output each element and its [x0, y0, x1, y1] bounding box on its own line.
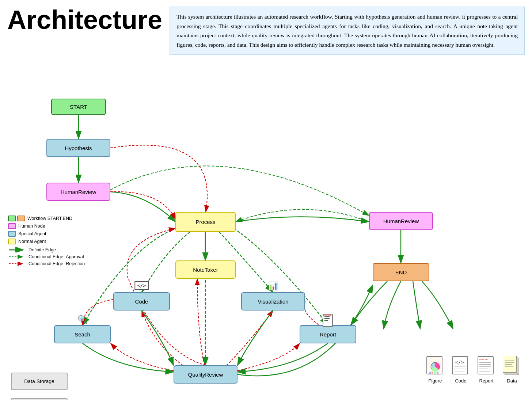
- diagram-area: START Hypothesis HumanReview Process Not…: [0, 58, 532, 395]
- node-humanreview-left: HumanReview: [46, 183, 110, 201]
- data-output-icon: [503, 356, 521, 376]
- output-data: Data: [503, 356, 521, 384]
- svg-rect-11: [324, 320, 328, 321]
- node-visualization: 📊 Visualization: [241, 292, 305, 311]
- legend-human: Human Node: [8, 223, 85, 229]
- code-icon: </>: [134, 281, 149, 290]
- svg-rect-25: [437, 372, 438, 374]
- outputs-area: Figure </> Code REPORT: [426, 356, 521, 384]
- node-qualityreview: QualityReview: [174, 365, 238, 384]
- legend-start-box: [8, 216, 16, 221]
- legend-special: Special Agent: [8, 231, 85, 237]
- node-start: START: [51, 99, 106, 115]
- legend-workflow: Workflow START,END: [8, 216, 85, 221]
- legend-normal-box: [8, 239, 16, 244]
- title-block: Architecture: [7, 7, 162, 55]
- node-humanreview-right: HumanReview: [369, 212, 433, 230]
- legend-normal: Normal Agent: [8, 239, 85, 244]
- node-report: REPORT Report: [300, 325, 356, 343]
- legend-approval: Conditional Edge :Approval: [8, 254, 85, 259]
- output-report: REPORT Report: [477, 356, 495, 384]
- svg-text:REPORT: REPORT: [323, 314, 331, 316]
- description-text: This system architecture illustrates an …: [176, 14, 518, 48]
- report-icon: REPORT: [322, 313, 334, 328]
- node-hypothesis: Hypothesis: [46, 139, 110, 157]
- node-end: END: [373, 263, 429, 281]
- code-output-label: Code: [455, 378, 466, 384]
- legend-special-box: [8, 231, 16, 237]
- node-code: </> Code: [113, 292, 170, 311]
- legend-human-box: [8, 223, 16, 229]
- svg-rect-10: [324, 318, 330, 319]
- figure-label: Figure: [429, 378, 442, 384]
- svg-text:REPORT: REPORT: [479, 358, 488, 361]
- svg-rect-9: [324, 316, 330, 317]
- legend-edges: Definite Edge Conditional Edge :Approval…: [8, 247, 85, 266]
- search-icon: 🔍: [77, 315, 87, 324]
- output-code: </> Code: [452, 356, 470, 384]
- legend-rejection: Conditional Edge :Rejection: [8, 261, 85, 266]
- box-tool: Tool: [11, 398, 68, 400]
- header: Architecture This system architecture il…: [0, 0, 532, 58]
- figure-icon: [426, 356, 444, 376]
- legend: Workflow START,END Human Node Special Ag…: [8, 216, 85, 268]
- svg-rect-22: [429, 372, 431, 374]
- svg-rect-23: [432, 372, 433, 374]
- legend-end-box: [17, 216, 25, 221]
- node-search: 🔍 Seach: [54, 325, 111, 343]
- report-output-icon: REPORT: [477, 356, 495, 376]
- svg-text:</>: </>: [455, 359, 464, 365]
- node-notetaker: NoteTaker: [175, 260, 236, 279]
- svg-rect-40: [503, 356, 517, 373]
- description-block: This system architecture illustrates an …: [170, 7, 525, 55]
- legend-definite: Definite Edge: [8, 247, 85, 252]
- svg-rect-24: [434, 371, 436, 374]
- node-process: Process: [175, 212, 236, 232]
- data-output-label: Data: [507, 378, 517, 384]
- chart-icon: 📊: [268, 281, 278, 291]
- code-output-icon: </>: [452, 356, 470, 376]
- output-figure: Figure: [426, 356, 444, 384]
- report-output-label: Report: [479, 378, 493, 384]
- page-title: Architecture: [7, 7, 162, 33]
- box-datastorage: Data Storage: [11, 373, 68, 390]
